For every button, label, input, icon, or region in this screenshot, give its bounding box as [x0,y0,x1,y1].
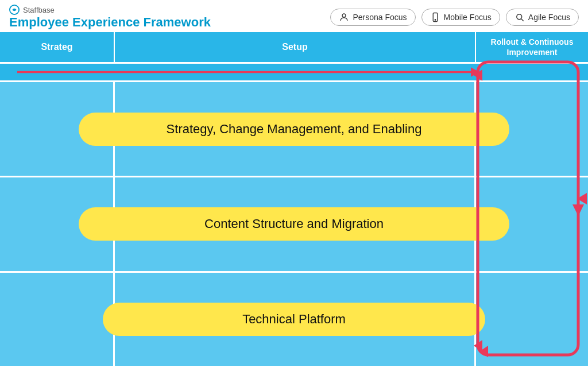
persona-focus-label: Persona Focus [353,13,407,22]
phase-arrows-svg [0,64,588,80]
framework-main: Strateg Setup Rollout & Continuous Impro… [0,32,588,366]
phase-strategy-header: Strateg [0,32,115,62]
content-row-3: Technical Platform [0,271,588,366]
cell-row2-rollout [476,177,588,271]
cell-row3-strategy [0,273,115,366]
cell-row3-setup [115,273,476,366]
page-container: Staffbase Employee Experience Framework … [0,0,588,375]
content-row-1: Strategy, Change Management, and Enablin… [0,80,588,176]
search-icon [514,12,525,22]
cell-row1-setup [115,82,476,176]
person-icon [339,12,349,22]
phase-setup-header: Setup [115,32,476,62]
svg-point-4 [517,14,522,20]
phase-header-row: Strateg Setup Rollout & Continuous Impro… [0,32,588,62]
content-area: Strategy, Change Management, and Enablin… [0,80,588,366]
page-title: Employee Experience Framework [9,15,211,30]
phase-rollout-header: Rollout & Continuous Improvement [476,32,588,62]
logo-text: Staffbase [23,6,55,14]
mobile-focus-label: Mobile Focus [444,13,492,22]
svg-point-3 [435,20,436,21]
phase-strategy-label: Strateg [41,42,72,52]
mobile-icon [430,12,440,22]
focus-buttons-group: Persona Focus Mobile Focus Agile Focus [330,9,579,26]
agile-focus-label: Agile Focus [528,13,570,22]
agile-focus-button[interactable]: Agile Focus [506,9,579,26]
cell-row2-setup [115,177,476,271]
cell-row3-rollout [476,273,588,366]
logo-row: Staffbase [9,5,211,15]
arrow-bar [0,62,588,80]
svg-marker-6 [471,68,479,77]
phase-setup-label: Setup [282,42,307,52]
content-row-2: Content Structure and Migration [0,176,588,271]
cell-row2-strategy [0,177,115,271]
phase-rollout-label: Rollout & Continuous Improvement [481,37,583,57]
svg-point-1 [342,14,346,17]
header: Staffbase Employee Experience Framework … [0,0,588,32]
mobile-focus-button[interactable]: Mobile Focus [421,9,500,26]
persona-focus-button[interactable]: Persona Focus [330,9,415,26]
logo-area: Staffbase Employee Experience Framework [9,5,211,30]
staffbase-logo-icon [9,5,20,15]
cell-row1-rollout [476,82,588,176]
cell-row1-strategy [0,82,115,176]
